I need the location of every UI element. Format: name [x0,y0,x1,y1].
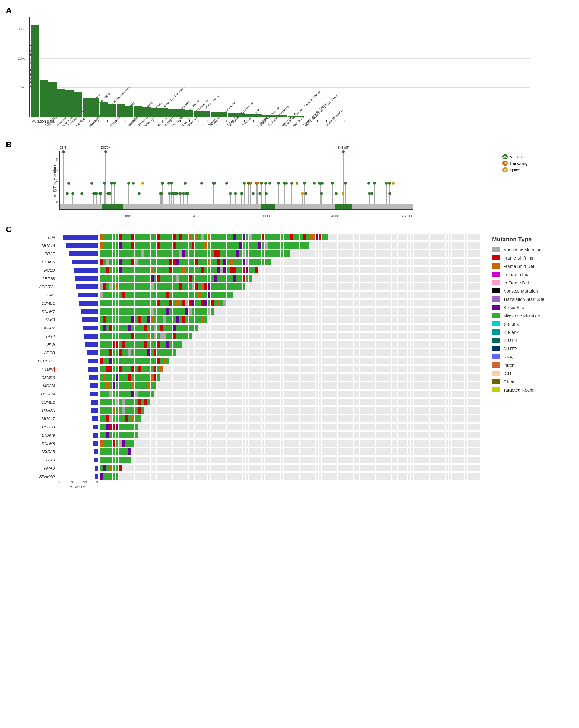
cell-17-90 [385,374,388,381]
legend-text-16: Silent [503,379,515,384]
cell-8-89 [382,300,385,306]
cell-7-69 [318,292,321,298]
cell-20-18 [157,399,160,406]
cell-27-51 [262,457,265,463]
cell-9-95 [401,308,404,315]
cell-4-65 [306,267,309,274]
cell-28-115 [465,465,468,471]
oncoprint-row-2 [100,250,480,258]
cell-25-18 [157,440,160,447]
cell-16-8 [125,366,128,372]
cell-22-10 [131,415,134,422]
cell-18-60 [290,383,293,389]
cell-11-24 [176,325,179,331]
cell-21-92 [392,407,395,414]
cell-3-39 [223,259,226,265]
cell-10-2 [106,316,109,323]
cell-29-39 [223,473,226,479]
cell-25-26 [182,440,185,447]
cell-11-92 [392,325,395,331]
cell-23-54 [271,424,274,430]
cell-7-37 [217,292,220,298]
cell-11-72 [328,325,331,331]
cell-5-39 [223,275,226,282]
protein-domain-2 [261,204,275,209]
cell-8-61 [293,300,296,306]
cell-6-61 [293,283,296,290]
bar-rect-26 [254,114,262,117]
cell-11-113 [458,325,461,331]
cell-4-54 [271,267,274,274]
cell-3-13 [141,259,144,265]
cell-23-46 [246,424,249,430]
pct-bar-14 [87,350,99,355]
cell-11-81 [357,325,360,331]
cell-15-97 [407,358,411,364]
cell-6-109 [446,283,448,290]
cell-6-54 [271,283,274,290]
cell-18-54 [271,383,274,389]
cell-8-60 [290,300,293,306]
cell-14-25 [179,349,182,356]
cell-12-63 [300,333,302,339]
cell-5-37 [217,275,220,282]
cell-24-77 [344,432,347,438]
cell-22-41 [230,415,233,422]
cell-0-45 [242,234,245,240]
cell-11-56 [277,325,280,331]
cell-26-11 [135,448,138,455]
cell-21-96 [404,407,407,414]
cell-1-118 [474,242,477,249]
cell-5-70 [322,275,325,282]
cell-25-75 [338,440,341,447]
cell-6-50 [258,283,261,290]
cell-10-85 [369,316,372,323]
cell-29-79 [350,473,353,479]
cell-1-107 [439,242,442,249]
cell-3-31 [198,259,201,265]
cell-6-112 [455,283,458,290]
cell-6-44 [239,283,242,290]
cell-4-5 [115,267,119,274]
cell-15-96 [404,358,407,364]
cell-21-73 [331,407,334,414]
cell-12-109 [446,333,448,339]
cell-4-26 [182,267,185,274]
cell-9-100 [417,308,420,315]
cell-5-67 [312,275,315,282]
cell-24-100 [417,432,420,438]
cell-27-67 [312,457,315,463]
cell-3-8 [125,259,128,265]
cell-17-95 [401,374,404,381]
cell-5-108 [442,275,445,282]
cell-16-113 [458,366,461,372]
cell-14-27 [185,349,188,356]
cell-9-55 [274,308,277,315]
cell-3-62 [296,259,299,265]
cell-0-94 [398,234,401,240]
cell-1-37 [217,242,220,249]
cell-6-31 [198,283,201,290]
cell-19-37 [217,391,220,397]
cell-23-117 [471,424,474,430]
cell-1-96 [404,242,407,249]
cell-4-109 [446,267,448,274]
cell-23-21 [166,424,169,430]
cell-24-51 [262,432,265,438]
cell-12-70 [322,333,325,339]
cell-9-91 [388,308,391,315]
cell-10-87 [376,316,379,323]
cell-24-10 [131,432,134,438]
cell-3-88 [379,259,382,265]
cell-20-78 [347,399,350,406]
cell-27-101 [420,457,423,463]
cell-29-66 [309,473,312,479]
cell-2-76 [341,251,344,257]
cell-2-84 [366,251,369,257]
legend-text-0: Nonsense Mutation [503,247,541,252]
cell-22-82 [360,415,363,422]
cell-1-52 [265,242,267,249]
lollipop-dot-47 [103,182,106,185]
cell-13-13 [141,341,144,348]
cell-28-62 [296,465,299,471]
